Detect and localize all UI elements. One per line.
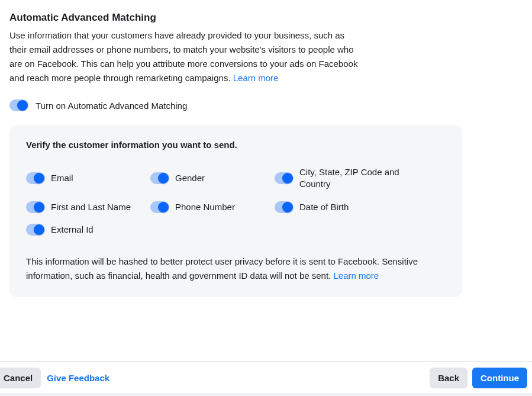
give-feedback-button[interactable]: Give Feedback: [41, 368, 115, 388]
toggle-city[interactable]: [275, 172, 294, 184]
label-city: City, State, ZIP Code and Country: [299, 166, 428, 191]
label-name: First and Last Name: [51, 201, 131, 213]
description-text: Use information that your customers have…: [9, 28, 359, 85]
cancel-button[interactable]: Cancel: [0, 368, 41, 388]
main-toggle[interactable]: [9, 99, 28, 111]
field-dob: Date of Birth: [275, 201, 428, 213]
description-body: Use information that your customers have…: [9, 30, 357, 83]
footer-bottom-strip: [0, 393, 532, 396]
field-name: First and Last Name: [26, 201, 150, 213]
toggle-phone[interactable]: [150, 201, 169, 213]
continue-button[interactable]: Continue: [472, 368, 527, 388]
field-phone: Phone Number: [150, 201, 275, 213]
main-toggle-row: Turn on Automatic Advanced Matching: [9, 99, 523, 111]
panel-learn-more-link[interactable]: Learn more: [333, 271, 379, 281]
toggle-dob[interactable]: [275, 201, 294, 213]
verify-panel: Verify the customer information you want…: [9, 125, 462, 297]
footer: Cancel Give Feedback Back Continue: [0, 364, 532, 391]
panel-note: This information will be hashed to bette…: [26, 255, 440, 283]
fields-grid: Email Gender City, State, ZIP Code and C…: [26, 166, 446, 236]
field-city: City, State, ZIP Code and Country: [275, 166, 428, 191]
toggle-name[interactable]: [26, 201, 45, 213]
toggle-gender[interactable]: [150, 172, 169, 184]
toggle-external-id[interactable]: [26, 224, 45, 236]
label-dob: Date of Birth: [299, 201, 349, 213]
learn-more-link[interactable]: Learn more: [233, 73, 279, 83]
field-gender: Gender: [150, 172, 275, 184]
label-external-id: External Id: [51, 224, 93, 236]
field-external-id: External Id: [26, 224, 150, 236]
footer-divider: [0, 361, 532, 362]
back-button[interactable]: Back: [430, 368, 467, 388]
label-email: Email: [51, 172, 73, 184]
toggle-email[interactable]: [26, 172, 45, 184]
field-email: Email: [26, 172, 150, 184]
panel-title: Verify the customer information you want…: [26, 140, 446, 150]
main-toggle-label: Turn on Automatic Advanced Matching: [36, 101, 187, 111]
label-phone: Phone Number: [175, 201, 235, 213]
page-title: Automatic Advanced Matching: [9, 12, 523, 24]
label-gender: Gender: [175, 172, 205, 184]
